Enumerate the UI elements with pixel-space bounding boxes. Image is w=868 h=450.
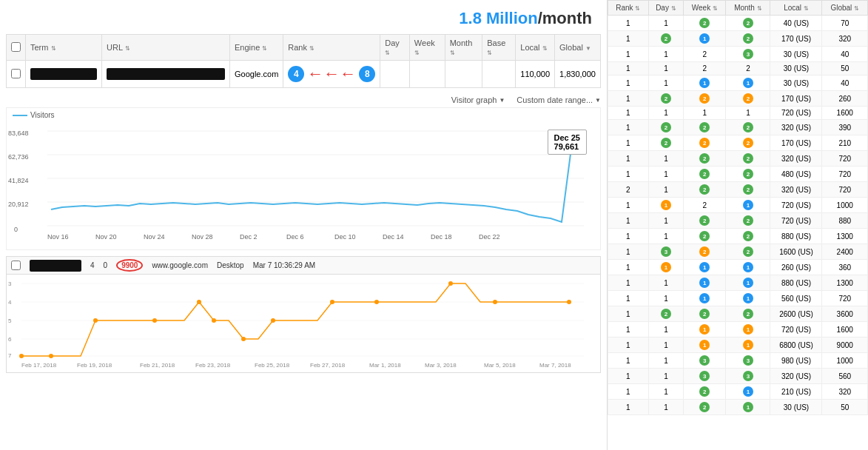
tooltip-date: Dec 25 <box>554 133 580 142</box>
right-month: 2 <box>726 182 770 198</box>
col-month[interactable]: Month ⇅ <box>445 35 482 61</box>
badge: 2 <box>743 184 753 195</box>
col-base[interactable]: Base ⇅ <box>482 35 516 61</box>
right-local: 720 (US) <box>770 322 822 338</box>
right-local: 1600 (US) <box>770 244 822 260</box>
badge: 2 <box>699 184 710 195</box>
right-week: 2 <box>684 229 726 244</box>
svg-point-43 <box>152 318 157 323</box>
right-global: 210 <box>822 135 868 151</box>
table-row: Google.com 4 ←←← 8 110,000 1,830,000 <box>7 61 601 88</box>
right-global: 260 <box>822 91 868 107</box>
right-rank: 1 <box>608 167 649 182</box>
svg-text:Nov 24: Nov 24 <box>144 233 165 241</box>
col-week[interactable]: Week ⇅ <box>409 35 445 61</box>
svg-text:Mar 5, 2018: Mar 5, 2018 <box>484 362 516 369</box>
right-col-day[interactable]: Day ⇅ <box>648 1 684 16</box>
svg-text:7: 7 <box>8 352 12 359</box>
right-rank: 1 <box>608 47 649 62</box>
right-col-rank[interactable]: Rank ⇅ <box>608 1 649 16</box>
row-checkbox[interactable] <box>7 61 26 88</box>
right-table: Rank ⇅ Day ⇅ Week ⇅ Month ⇅ Local ⇅ Glob… <box>608 0 868 415</box>
col-url[interactable]: URL ⇅ <box>102 35 230 61</box>
svg-text:Dec 6: Dec 6 <box>286 233 304 241</box>
right-col-global[interactable]: Global ⇅ <box>822 1 868 16</box>
right-global: 720 <box>822 151 868 167</box>
right-day: 1 <box>648 75 684 91</box>
right-month: 2 <box>726 306 770 322</box>
badge: 2 <box>699 93 710 104</box>
right-table-row: 1 1 2 2 30 (US) 50 <box>608 62 868 75</box>
right-day: 1 <box>648 167 684 182</box>
right-local: 480 (US) <box>770 167 822 182</box>
badge: 2 <box>743 18 753 28</box>
right-table-row: 1 1 1 1 6800 (US) 9000 <box>608 338 868 353</box>
right-global: 1600 <box>822 107 868 120</box>
rank-badge: 4 <box>288 66 304 82</box>
badge: 2 <box>661 93 671 104</box>
right-table-row: 1 1 2 1 210 (US) 320 <box>608 384 868 400</box>
right-rank: 1 <box>608 306 649 322</box>
badge: 2 <box>743 169 753 179</box>
visitor-graph-button[interactable]: Visitor graph ▼ <box>451 95 505 104</box>
col-local[interactable]: Local ⇅ <box>516 35 555 61</box>
right-day: 1 <box>648 369 684 384</box>
right-week: 1 <box>684 31 726 47</box>
circled-value: 9900 <box>116 259 143 272</box>
stat-highlight: 1.8 Million <box>459 9 537 27</box>
right-table-row: 1 1 2 2 480 (US) 720 <box>608 167 868 182</box>
bottom-chart-svg: 3 4 5 6 7 Feb 17, 2018 Feb 19, 2018 Feb … <box>7 275 591 371</box>
left-panel: 1.8 Million/month Term ⇅ URL ⇅ Engine ⇅ … <box>0 0 607 450</box>
right-day: 2 <box>648 306 684 322</box>
custom-date-button[interactable]: Custom date range... ▼ <box>517 95 601 104</box>
right-week: 1 <box>684 338 726 353</box>
cell-value: 1 <box>664 279 668 287</box>
svg-text:Feb 17, 2018: Feb 17, 2018 <box>21 362 57 369</box>
right-table-row: 1 1 3 3 980 (US) 1000 <box>608 353 868 369</box>
col-rank[interactable]: Rank ⇅ <box>283 35 380 61</box>
dropdown-triangle-icon: ▼ <box>499 97 505 104</box>
svg-text:62,736: 62,736 <box>8 153 29 161</box>
right-table-row: 1 1 2 1 30 (US) 50 <box>608 400 868 415</box>
right-col-month[interactable]: Month ⇅ <box>726 1 770 16</box>
right-col-week[interactable]: Week ⇅ <box>684 1 726 16</box>
bottom-chart-area: 3 4 5 6 7 Feb 17, 2018 Feb 19, 2018 Feb … <box>7 275 600 372</box>
right-table-row: 1 1 1 1 260 (US) 360 <box>608 260 868 275</box>
badge: 2 <box>661 138 671 148</box>
bottom-date: Mar 7 10:36:29 AM <box>253 261 316 269</box>
svg-text:Mar 7, 2018: Mar 7, 2018 <box>539 362 571 369</box>
right-global: 9000 <box>822 338 868 353</box>
right-month: 1 <box>726 260 770 275</box>
right-global: 360 <box>822 260 868 275</box>
col-term[interactable]: Term ⇅ <box>26 35 102 61</box>
right-week: 2 <box>684 135 726 151</box>
bottom-checkbox[interactable] <box>11 261 21 270</box>
right-table-row: 1 1 1 1 30 (US) 40 <box>608 75 868 91</box>
badge: 1 <box>699 33 710 44</box>
term-redacted <box>30 68 97 80</box>
col-engine[interactable]: Engine ⇅ <box>230 35 283 61</box>
select-all-checkbox[interactable] <box>11 42 21 52</box>
right-local: 170 (US) <box>770 31 822 47</box>
right-month: 2 <box>726 244 770 260</box>
col-day[interactable]: Day ⇅ <box>380 35 410 61</box>
right-local: 980 (US) <box>770 353 822 369</box>
col-global[interactable]: Global ▼ <box>555 35 601 61</box>
right-rank: 1 <box>608 400 649 415</box>
svg-text:Dec 18: Dec 18 <box>431 233 452 241</box>
right-day: 3 <box>648 244 684 260</box>
right-day: 1 <box>648 384 684 400</box>
bottom-device: Desktop <box>217 261 244 269</box>
right-rank: 1 <box>608 353 649 369</box>
right-col-local[interactable]: Local ⇅ <box>770 1 822 16</box>
row-week <box>409 61 445 88</box>
badge: 2 <box>743 231 753 241</box>
row-select-checkbox[interactable] <box>11 69 21 78</box>
right-week: 2 <box>684 384 726 400</box>
right-global: 1300 <box>822 229 868 244</box>
right-month: 2 <box>726 16 770 31</box>
right-table-row: 1 1 2 2 720 (US) 880 <box>608 213 868 229</box>
right-rank: 1 <box>608 31 649 47</box>
svg-text:0: 0 <box>14 226 18 233</box>
right-week: 2 <box>684 47 726 62</box>
